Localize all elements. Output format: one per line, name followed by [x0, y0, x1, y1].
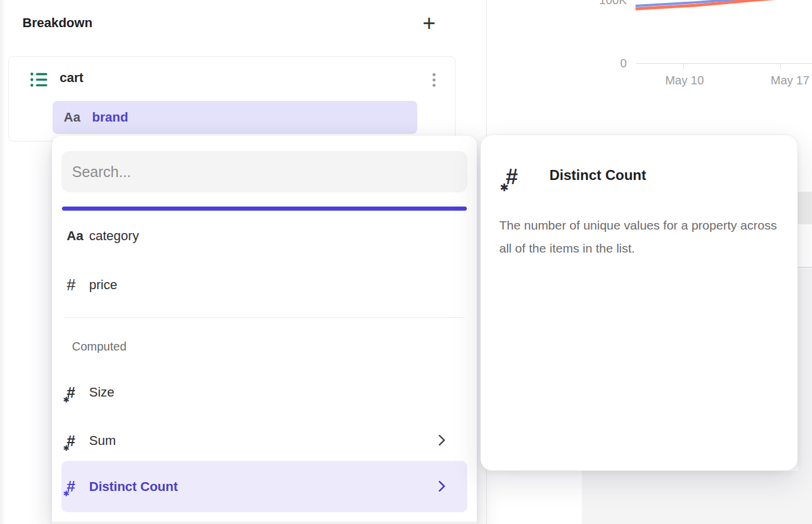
chevron-right-icon: [434, 480, 446, 492]
group-options-button[interactable]: [425, 64, 443, 96]
text-type-icon: Aa: [67, 228, 89, 244]
computed-number-icon: #✱: [67, 477, 89, 496]
property-option-price[interactable]: # price: [61, 268, 467, 302]
group-name: cart: [60, 70, 83, 86]
option-label: category: [89, 228, 139, 244]
computed-option-size[interactable]: #✱ Size: [61, 376, 467, 409]
background-table-divider: [798, 267, 812, 268]
left-edge-shadow: [0, 0, 6, 524]
chevron-right-icon: [434, 434, 446, 446]
background-table-row: [798, 192, 812, 224]
tooltip-description: The number of unique values for a proper…: [499, 214, 790, 260]
computed-number-icon: #✱: [67, 384, 89, 402]
text-type-icon: Aa: [64, 110, 80, 125]
property-option-category[interactable]: Aa category: [61, 220, 467, 253]
option-label: price: [89, 277, 117, 293]
y-axis-tick-label: 0: [584, 57, 627, 70]
selected-property-label: brand: [92, 110, 128, 125]
selected-property-chip[interactable]: Aa brand: [53, 101, 417, 134]
computed-section-label: Computed: [72, 340, 126, 353]
app-window: 100K 0 May 10 May 17 Breakdown + cart: [0, 0, 812, 524]
property-dropdown: Aa category # price Computed #✱ Size #✱ …: [52, 136, 477, 524]
x-axis-tick: [780, 63, 781, 69]
computed-number-icon: #✱: [506, 165, 532, 191]
tooltip-title: Distinct Count: [549, 167, 646, 184]
list-icon: [30, 71, 48, 88]
x-axis-tick-label: May 10: [655, 74, 714, 87]
breakdown-panel-title: Breakdown: [22, 15, 93, 31]
dropdown-next-section-edge: [52, 522, 477, 524]
property-info-tooltip: #✱ Distinct Count The number of unique v…: [480, 135, 798, 471]
option-label: Distinct Count: [89, 479, 178, 494]
option-label: Sum: [89, 433, 116, 448]
y-axis-tick-label: 100K: [584, 0, 627, 7]
background-table-area: [582, 471, 812, 524]
dropdown-divider: [64, 317, 465, 318]
option-label: Size: [89, 385, 114, 400]
computed-number-icon: #✱: [67, 432, 89, 450]
x-axis-tick-label: May 17: [771, 74, 810, 87]
computed-option-distinct-count[interactable]: #✱ Distinct Count: [61, 461, 467, 512]
computed-option-sum[interactable]: #✱ Sum: [61, 424, 467, 457]
active-item-indicator: [62, 207, 467, 211]
breakdown-group-card: cart Aa brand: [8, 56, 456, 142]
x-axis-tick: [683, 63, 684, 69]
number-type-icon: #: [67, 276, 89, 294]
line-chart-fragment: [628, 0, 812, 18]
search-input[interactable]: [61, 151, 467, 192]
group-header-row[interactable]: cart: [9, 57, 455, 103]
kebab-menu-icon: [433, 78, 436, 81]
x-axis-line: [636, 63, 812, 64]
add-breakdown-button[interactable]: +: [417, 11, 441, 35]
